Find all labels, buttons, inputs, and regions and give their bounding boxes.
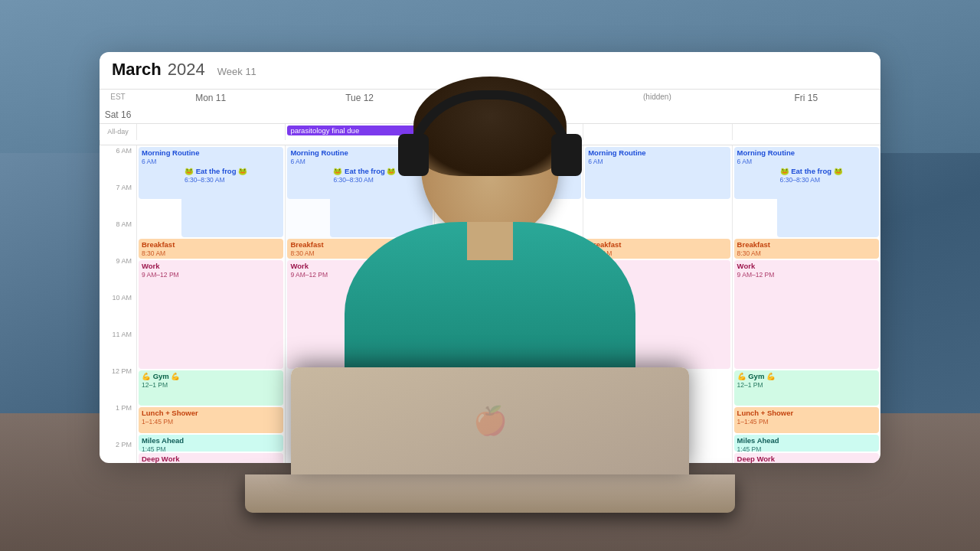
event-mon-miles[interactable]: Miles Ahead 1:45 PM (139, 435, 283, 452)
event-thu-morning[interactable]: Morning Routine 6 AM (585, 147, 730, 199)
calendar-days-header: EST Mon 11 Tue 12 (hidden) (hidden) Fri … (100, 90, 880, 124)
time-slot-9am: 9 AM (100, 256, 136, 292)
allday-label: All-day (100, 124, 136, 140)
allday-thu (583, 124, 731, 140)
event-fri-frog[interactable]: 🐸 Eat the frog 🐸 6:30–8:30 AM (777, 165, 879, 237)
event-thu-breakfast[interactable]: Breakfast 8:30 AM (585, 239, 730, 259)
day-header-tue: Tue 12 (285, 90, 433, 106)
day-col-thu: Morning Routine 6 AM Breakfast 8:30 AM W… (583, 145, 731, 463)
calendar-header: March 2024 Week 11 (100, 52, 880, 90)
event-fri-work[interactable]: Work 9 AM–12 PM (734, 260, 879, 369)
event-mon-work[interactable]: Work 9 AM–12 PM (139, 260, 283, 369)
event-wed-work[interactable]: Work 9 AM–12 PM (436, 260, 581, 369)
time-slot-6am: 6 AM (100, 145, 136, 182)
allday-sat (100, 140, 136, 145)
allday-wed (434, 124, 583, 140)
calendar-month: March (112, 60, 162, 80)
day-header-wed: (hidden) (434, 90, 583, 106)
calendar: March 2024 Week 11 EST Mon 11 Tue 12 (hi… (100, 52, 880, 463)
event-mon-frog[interactable]: 🐸 Eat the frog 🐸 6:30–8:30 AM (181, 165, 283, 237)
allday-row: All-day parasitology final due (100, 124, 880, 145)
event-fri-gym[interactable]: 💪 Gym 💪 12–1 PM (734, 370, 879, 406)
time-labels-col: 6 AM 7 AM 8 AM 9 AM 10 AM 11 AM 12 PM 1 … (100, 145, 136, 463)
event-tue-frog[interactable]: 🐸 Eat the frog 🐸 6:30–8:30 AM (330, 165, 432, 237)
allday-event-parasitology[interactable]: parasitology final due (287, 126, 432, 135)
time-slot-12pm: 12 PM (100, 366, 136, 403)
day-col-mon: Morning Routine 6 AM 🐸 Eat the frog 🐸 6:… (136, 145, 285, 463)
calendar-year: 2024 (168, 60, 205, 80)
day-header-thu: (hidden) (583, 90, 731, 106)
day-col-wed: Morning Routine 6 AM Breakfast Work 9 AM… (434, 145, 583, 463)
event-fri-deepwork[interactable]: Deep Work (734, 453, 879, 463)
calendar-week: Week 11 (217, 66, 256, 77)
day-header-mon: Mon 11 (136, 90, 285, 106)
time-slot-2pm: 2 PM (100, 439, 136, 463)
event-tue-breakfast[interactable]: Breakfast 8:30 AM (287, 239, 432, 259)
event-wed-morning[interactable]: Morning Routine 6 AM (436, 147, 581, 199)
event-mon-lunch[interactable]: Lunch + Shower 1–1:45 PM (139, 407, 283, 433)
event-tue-work[interactable]: Work 9 AM–12 PM (287, 260, 432, 369)
time-slot-7am: 7 AM (100, 182, 136, 219)
event-mon-deepwork[interactable]: Deep Work 2–5:30 PM (139, 453, 283, 463)
event-fri-breakfast[interactable]: Breakfast 8:30 AM (734, 239, 879, 259)
event-fri-miles[interactable]: Miles Ahead 1:45 PM (734, 435, 879, 452)
time-slot-10am: 10 AM (100, 292, 136, 329)
time-slot-11am: 11 AM (100, 329, 136, 366)
time-slot-8am: 8 AM (100, 219, 136, 256)
allday-fri (732, 124, 880, 140)
time-slot-1pm: 1 PM (100, 403, 136, 439)
event-mon-breakfast[interactable]: Breakfast 8:30 AM (139, 239, 283, 259)
event-thu-work[interactable]: Work 9 AM–1 PM (585, 260, 730, 369)
event-mon-gym[interactable]: 💪 Gym 💪 12–1 PM (139, 370, 283, 406)
timezone-label: EST (100, 90, 136, 106)
day-col-tue: Morning Routine 6 AM 🐸 Eat the frog 🐸 6:… (285, 145, 433, 463)
time-grid: 6 AM 7 AM 8 AM 9 AM 10 AM 11 AM 12 PM 1 … (100, 145, 880, 463)
allday-tue: parasitology final due (285, 124, 433, 140)
allday-mon (136, 124, 285, 140)
day-header-fri: Fri 15 (732, 90, 880, 106)
day-header-sat: Sat 16 (100, 106, 136, 123)
event-fri-lunch[interactable]: Lunch + Shower 1–1:45 PM (734, 407, 879, 433)
event-wed-breakfast[interactable]: Breakfast (436, 239, 581, 259)
day-col-fri: Morning Routine 6 AM 🐸 Eat the frog 🐸 6:… (732, 145, 880, 463)
